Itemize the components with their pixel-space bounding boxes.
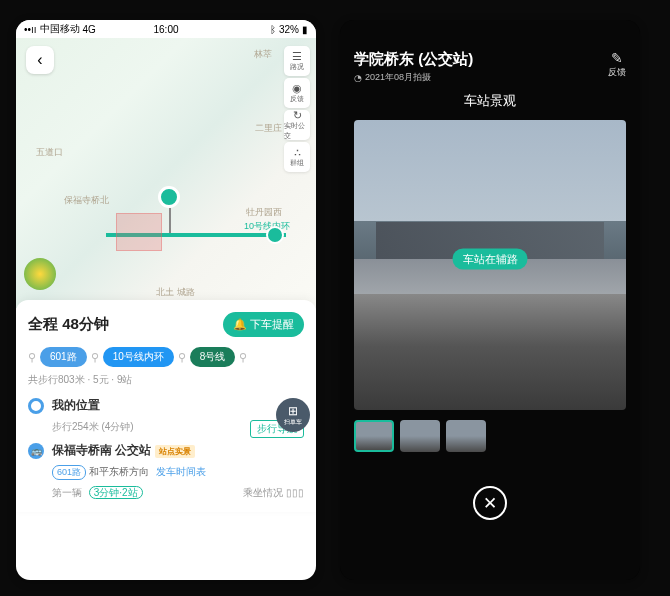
- traffic-icon: ☰: [292, 51, 302, 62]
- bluetooth-icon: ᛒ: [270, 24, 276, 35]
- chevron-left-icon: ‹: [37, 51, 42, 69]
- feedback-button[interactable]: ✎ 反馈: [608, 50, 626, 84]
- step-walk-info: 步行254米 (4分钟) 步行导航: [52, 420, 304, 434]
- location-dot-icon: [28, 398, 44, 414]
- area-overlay: [116, 213, 162, 251]
- status-bar: ••ıı 中国移动 4G 16:00 ᛒ 32% ▮: [16, 20, 316, 38]
- chip-line-10[interactable]: 10号线内环: [103, 347, 174, 367]
- photo-date: ◔2021年08月拍摄: [354, 71, 473, 84]
- current-location-pin[interactable]: [158, 186, 180, 208]
- road-label: 五道口: [36, 146, 63, 159]
- route-panel: 全程 48分钟 🔔下车提醒 ⚲ 601路 ⚲ 10号线内环 ⚲ 8号线 ⚲ 共步…: [16, 300, 316, 512]
- step-bus-station[interactable]: 🚌 保福寺桥南 公交站站点实景: [28, 442, 304, 459]
- station-title: 学院桥东 (公交站): [354, 50, 473, 69]
- route-chips: ⚲ 601路 ⚲ 10号线内环 ⚲ 8号线 ⚲: [28, 347, 304, 367]
- thumbnail[interactable]: [354, 420, 394, 452]
- station-photo[interactable]: 车站在辅路: [354, 120, 626, 410]
- close-button[interactable]: ✕: [473, 486, 507, 520]
- bell-icon: 🔔: [233, 318, 247, 331]
- qr-icon: ⊞: [288, 404, 298, 418]
- close-icon: ✕: [483, 493, 497, 514]
- station-photo-screen: 学院桥东 (公交站) ◔2021年08月拍摄 ✎ 反馈 车站景观 车站在辅路 ✕: [340, 20, 640, 580]
- walk-icon: ⚲: [239, 351, 247, 364]
- map[interactable]: ‹ ☰路况 ◉反馈 ↻实时公交 ⛬群组 五道口 林萃 二里庄 牡丹园西 10号线…: [16, 38, 316, 308]
- network-label: 4G: [83, 24, 96, 35]
- photo-annotation: 车站在辅路: [453, 249, 528, 270]
- timetable-link[interactable]: 发车时间表: [156, 466, 206, 477]
- route-tag[interactable]: 601路: [52, 465, 86, 480]
- bus-route-info: 601路 和平东桥方向 发车时间表: [52, 465, 304, 480]
- walk-icon: ⚲: [28, 351, 36, 364]
- next-bus-row: 第一辆 3分钟·2站 乘坐情况 ▯▯▯: [52, 486, 304, 500]
- alight-alert-button[interactable]: 🔔下车提醒: [223, 312, 304, 337]
- refresh-icon: ↻: [293, 110, 302, 121]
- road-label: 牡丹园西: [246, 206, 282, 219]
- transit-app-screen: ••ıı 中国移动 4G 16:00 ᛒ 32% ▮ ‹ ☰路况 ◉反馈 ↻实时…: [16, 20, 316, 580]
- road-label: 林萃: [254, 48, 272, 61]
- step-title: 保福寺桥南 公交站站点实景: [52, 442, 195, 459]
- walk-icon: ⚲: [178, 351, 186, 364]
- thumbnail-strip: [340, 410, 640, 462]
- station-label: 保福寺桥北: [64, 194, 109, 207]
- clock: 16:00: [153, 24, 178, 35]
- scan-bike-button[interactable]: ⊞扫单车: [276, 398, 310, 432]
- walk-icon: ⚲: [91, 351, 99, 364]
- step-my-location[interactable]: 我的位置: [28, 397, 304, 414]
- realtime-tool[interactable]: ↻实时公交: [284, 110, 310, 140]
- step-title: 我的位置: [52, 397, 100, 414]
- group-tool[interactable]: ⛬群组: [284, 142, 310, 172]
- traffic-tool[interactable]: ☰路况: [284, 46, 310, 76]
- road-label: 二里庄: [255, 122, 282, 135]
- seat-icon: ▯▯▯: [286, 487, 304, 498]
- thumbnail[interactable]: [400, 420, 440, 452]
- overlay-header: 学院桥东 (公交站) ◔2021年08月拍摄 ✎ 反馈: [340, 50, 640, 92]
- map-tools: ☰路况 ◉反馈 ↻实时公交 ⛬群组: [284, 46, 310, 172]
- back-button[interactable]: ‹: [26, 46, 54, 74]
- chip-line-8[interactable]: 8号线: [190, 347, 236, 367]
- road-label: 北土 城路: [156, 286, 195, 299]
- overlay-subtitle: 车站景观: [340, 92, 640, 110]
- signal-icon: ••ıı: [24, 24, 37, 35]
- route-transfer-icon: [266, 226, 284, 244]
- battery-label: 32%: [279, 24, 299, 35]
- chip-bus-601[interactable]: 601路: [40, 347, 87, 367]
- feedback-icon: ◉: [292, 83, 302, 94]
- promo-badge[interactable]: [24, 258, 56, 290]
- battery-icon: ▮: [302, 24, 308, 35]
- clock-icon: ◔: [354, 73, 362, 83]
- feedback-tool[interactable]: ◉反馈: [284, 78, 310, 108]
- bus-icon: 🚌: [28, 443, 44, 459]
- edit-icon: ✎: [608, 50, 626, 66]
- thumbnail[interactable]: [446, 420, 486, 452]
- route-summary: 全程 48分钟: [28, 315, 109, 334]
- carrier-label: 中国移动: [40, 22, 80, 36]
- seat-status[interactable]: 乘坐情况 ▯▯▯: [243, 486, 304, 500]
- route-meta: 共步行803米 · 5元 · 9站: [28, 373, 304, 387]
- streetview-tag[interactable]: 站点实景: [155, 445, 195, 458]
- eta-badge: 3分钟·2站: [89, 486, 143, 499]
- group-icon: ⛬: [292, 147, 303, 158]
